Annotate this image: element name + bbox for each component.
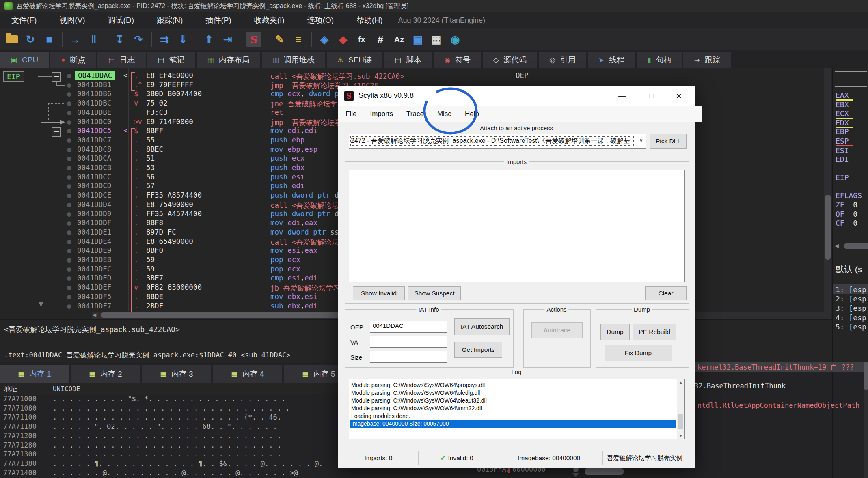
stack-arg-row[interactable]: 2: [esp [836,295,866,303]
strings-icon[interactable]: Az [390,30,408,48]
menu-item-2[interactable]: 视图(V) [48,15,96,26]
breakpoint-dot[interactable] [67,267,71,272]
run-icon[interactable]: → [66,30,84,48]
tab-断点[interactable]: ●断点 [50,52,96,68]
memtab-内存3[interactable]: ▦内存 3 [142,365,211,383]
memtab-内存2[interactable]: ▦内存 2 [71,365,140,383]
chevron-down-icon[interactable]: ∨ [639,137,643,143]
breakpoint-dot[interactable] [67,230,71,235]
hscroll-left-arrow-icon[interactable]: ◀ [93,312,96,318]
memtab-内存4[interactable]: ▦内存 4 [213,365,282,383]
tab-内存布局[interactable]: ▦内存布局 [197,52,260,68]
scroll-down-arrow-icon[interactable]: ▼ [679,433,683,438]
menu-item-6[interactable]: 收藏夹(I) [243,15,296,26]
step-into-icon[interactable]: ↧ [110,30,129,48]
breakpoint-dot[interactable] [67,249,71,253]
breakpoint-dot[interactable] [67,295,71,299]
breakpoint-dot[interactable] [67,258,71,263]
dump-row[interactable]: 77A71180. . . . . ". 02. . . . . ". . . … [0,422,367,432]
compare-icon[interactable]: ◈ [315,30,334,48]
show-suspect-button[interactable]: Show Suspect [408,286,461,300]
tab-SEH链[interactable]: ⚠SEH链 [327,52,382,68]
patch-file-icon[interactable]: ◆ [334,30,352,48]
dump-rows[interactable]: 77A71000. . . . . . . . . "$. *. . . . .… [0,395,367,478]
run-trace-icon[interactable]: ⇉ [155,30,174,48]
scylla-plugin-icon[interactable]: S [244,30,263,48]
stack-vscrollbar-thumb[interactable] [864,362,868,390]
breakpoint-dot[interactable] [67,304,71,309]
register-EFLAGS[interactable]: EFLAGS [836,191,862,200]
tab-句柄[interactable]: ▮句柄 [637,52,682,68]
stack-hscrollbar-thumb[interactable] [585,468,624,475]
regs-hscrollbar-thumb[interactable] [844,243,868,249]
register-EAX[interactable]: EAX [836,91,849,99]
register-ECX[interactable]: ECX [836,109,849,118]
breakpoint-dot[interactable] [67,166,71,170]
regs-scroll-left-icon[interactable]: ◀ [835,243,839,249]
imports-list[interactable] [349,170,685,282]
execute-till-return-icon[interactable]: ⇑ [200,30,218,48]
fix-dump-button[interactable]: Fix Dump [605,345,672,361]
dump-row[interactable]: 77A71080. . . . . . . . . . . . . . . . … [0,404,367,413]
stack-arg-row[interactable]: 4: [esp [836,313,866,322]
log-list[interactable]: Module parsing: C:\Windows\SysWOW64\prop… [349,379,685,439]
numbers-icon[interactable]: # [371,30,390,48]
log-entry[interactable]: Module parsing: C:\Windows\SysWOW64\imm3… [350,405,676,413]
breakpoint-dot[interactable] [67,286,71,290]
menu-item-7[interactable]: 选项(O) [296,15,345,26]
log-entry[interactable]: Imagebase: 00400000 Size: 00057000 [350,420,676,428]
stack-arg-row[interactable]: 5: [esp [836,323,866,331]
breakpoint-dot[interactable] [67,129,71,133]
scroll-up-arrow-icon[interactable]: ▲ [679,380,683,385]
tab-源代码[interactable]: ◇源代码 [483,52,537,68]
register-ESP[interactable]: ESP [836,137,849,145]
size-field[interactable] [370,351,447,363]
log-vscrollbar-thumb[interactable] [678,414,683,429]
disasm-row[interactable]: 0041DDAC<.E8 EF4E0000call <吾爱破解论坛学习.sub_… [0,71,832,81]
register-EIP[interactable]: EIP [836,173,849,182]
disasm-vscrollbar-thumb[interactable] [825,195,831,260]
breakpoint-dot[interactable] [67,92,71,97]
scylla-menu-trace[interactable]: Trace [406,110,424,118]
tab-引用[interactable]: ◎引用 [539,52,586,68]
breakpoint-dot[interactable] [67,74,71,78]
window-icon[interactable]: ▣ [408,30,427,48]
scylla-menu-file[interactable]: File [345,110,356,118]
process-combobox[interactable]: 2472 - 吾爱破解论坛学习脱壳实例_aspack.exe - D:\Soft… [349,134,646,149]
register-EDX[interactable]: EDX [836,118,849,127]
pick-dll-button[interactable]: Pick DLL [650,134,687,149]
va-field[interactable] [370,336,447,348]
dump-row[interactable]: 77A71380. . . . . ¶. . . . . . . . . . .… [0,459,367,469]
register-EBX[interactable]: EBX [836,100,849,109]
scroll-down-arrow-icon[interactable] [572,473,579,477]
assemble-icon[interactable]: ✎ [270,30,289,48]
iat-autosearch-button[interactable]: IAT Autosearch [454,318,510,335]
menu-item-5[interactable]: 插件(P) [194,15,242,26]
breakpoint-dot[interactable] [67,157,71,161]
trace-into-icon[interactable]: ⇓ [174,30,192,48]
log-entry[interactable]: Loading modules done. [350,413,676,420]
skip-icon[interactable]: ⇥ [218,30,237,48]
get-imports-button[interactable]: Get Imports [454,342,502,358]
breakpoint-dot[interactable] [67,111,71,115]
tab-脚本[interactable]: ▤脚本 [384,52,432,68]
dump-row[interactable]: 77A71400. . . . . . @. . . . . . . . . @… [0,469,367,478]
close-button[interactable]: ✕ [666,86,691,106]
tab-笔记[interactable]: ▤笔记 [147,52,195,68]
menu-item-8[interactable]: 帮助(H) [345,15,394,26]
breakpoint-dot[interactable] [67,83,71,88]
stack-calling-convention[interactable]: 默认 (s [836,264,862,275]
pause-icon[interactable]: ‖ [84,30,103,48]
scylla-menu-imports[interactable]: Imports [370,110,393,118]
breakpoint-dot[interactable] [67,276,71,281]
fx-icon[interactable]: fx [352,30,371,48]
tab-符号[interactable]: ◉符号 [434,52,481,68]
registers-panel[interactable]: EAXEBXECXEDXEBPESPESIEDIEIPEFLAGSZF 0OF … [833,68,868,362]
breakpoint-dot[interactable] [67,240,71,244]
stop-icon[interactable]: ■ [40,30,58,48]
internet-icon[interactable]: ◉ [446,30,464,48]
menu-item-1[interactable]: 文件(F) [0,15,48,26]
dump-row[interactable]: 77A71200. . . . . . . . . . . . . . . . … [0,432,367,441]
stack-arg-row[interactable]: 1: [esp [836,285,866,294]
stack-arg-row[interactable]: 3: [esp [836,304,866,312]
